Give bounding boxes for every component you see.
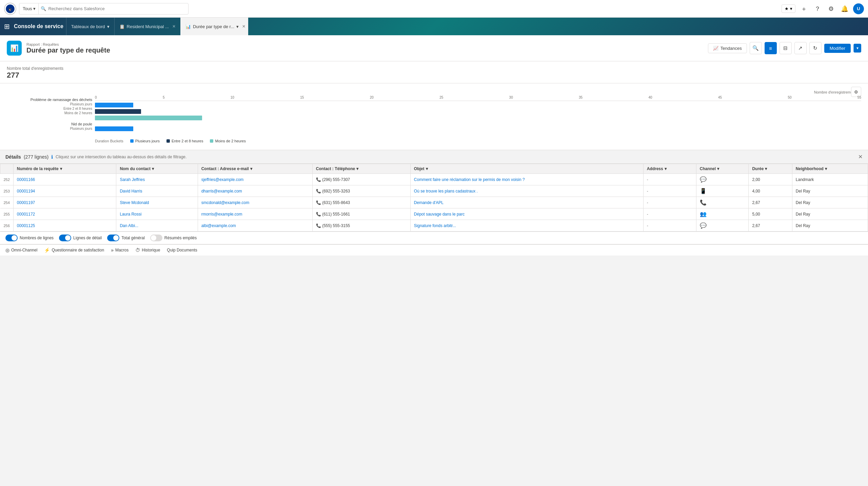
- filter-button[interactable]: ⊟: [780, 42, 792, 54]
- tendances-button[interactable]: 📈 Tendances: [708, 43, 747, 53]
- share-button[interactable]: ↗: [794, 42, 807, 54]
- table-view-button[interactable]: ≡: [765, 42, 777, 54]
- objet-link-3[interactable]: Dépot sauvage dans le parc: [414, 212, 465, 217]
- search-scope-button[interactable]: Tous ▾: [23, 3, 39, 14]
- col-requete[interactable]: Numéro de la requête▾: [13, 164, 116, 174]
- footer-quip[interactable]: Quip Documents: [167, 248, 197, 252]
- objet-link-0[interactable]: Comment faire une réclamation sur le per…: [414, 177, 525, 182]
- col-channel-sort[interactable]: ▾: [717, 166, 719, 171]
- contact-link-0[interactable]: Sarah Jeffries: [120, 177, 145, 182]
- contact-link-4[interactable]: Dan Albi...: [120, 223, 138, 228]
- toggle-resumes-switch[interactable]: [150, 235, 162, 241]
- footer-macros[interactable]: » Macros: [111, 247, 129, 253]
- tab-duree-close[interactable]: ✕: [242, 24, 245, 29]
- email-link-4[interactable]: albi@example.com: [201, 223, 236, 228]
- add-button[interactable]: ＋: [799, 4, 809, 14]
- col-neighborhood-sort[interactable]: ▾: [825, 166, 827, 171]
- col-objet-sort[interactable]: ▾: [426, 166, 428, 171]
- contact-link-1[interactable]: David Harris: [120, 189, 142, 194]
- search-action-button[interactable]: 🔍: [750, 42, 762, 54]
- cell-email-0: sjeffries@example.com: [198, 174, 312, 185]
- scope-dropdown-icon: ▾: [33, 6, 36, 11]
- top-nav: 🦅 Tous ▾ 🔍 ★ ▾ ＋ ？ ⚙ 🔔 U: [0, 0, 868, 18]
- favorites-button[interactable]: ★ ▾: [782, 4, 795, 13]
- toggle-nombres-switch[interactable]: [5, 235, 18, 241]
- app-title: Console de service: [14, 23, 63, 29]
- modifier-dropdown-button[interactable]: ▾: [853, 44, 861, 53]
- user-avatar[interactable]: U: [853, 3, 864, 14]
- footer-historique[interactable]: ⏱ Historique: [135, 247, 160, 253]
- requete-link-3[interactable]: 00001172: [17, 212, 35, 217]
- details-header: Détails (277 lignes) ℹ Cliquez sur une i…: [0, 150, 868, 164]
- tab-tableaux-dropdown[interactable]: ▾: [107, 24, 110, 29]
- col-neighborhood[interactable]: Neighborhood▾: [792, 164, 868, 174]
- email-link-1[interactable]: dharris@example.com: [201, 189, 242, 194]
- subcategory-moins: Moins de 2 heures: [7, 111, 92, 115]
- cell-objet-1: Où se trouve les plans cadastraux .: [410, 185, 643, 197]
- col-email[interactable]: Contact : Adresse e-mail▾: [198, 164, 312, 174]
- category-nid: Nid de poule: [7, 122, 92, 126]
- contact-link-3[interactable]: Laura Rossi: [120, 212, 141, 217]
- requete-link-2[interactable]: 00001197: [17, 200, 35, 205]
- questionnaire-label: Questionnaire de satisfaction: [52, 248, 104, 252]
- objet-link-1[interactable]: Où se trouve les plans cadastraux .: [414, 189, 478, 194]
- col-tel[interactable]: Contact : Téléphone▾: [312, 164, 410, 174]
- tab-duree[interactable]: 📊 Durée par type de r... ▾ ✕: [180, 18, 248, 35]
- col-duree[interactable]: Durée▾: [749, 164, 792, 174]
- cell-duree-2: 2,67: [749, 197, 792, 208]
- favorites-dropdown-icon: ▾: [790, 6, 792, 11]
- subcategory-nid-plusieurs: Plusieurs jours: [7, 127, 92, 130]
- settings-button[interactable]: ⚙: [826, 4, 836, 14]
- table-header-row: Numéro de la requête▾ Nom du contact▾ Co…: [0, 164, 868, 174]
- cell-email-1: dharris@example.com: [198, 185, 312, 197]
- col-address[interactable]: Address▾: [643, 164, 696, 174]
- bar-plusieurs-nid[interactable]: [95, 126, 133, 131]
- col-objet[interactable]: Objet▾: [410, 164, 643, 174]
- email-link-0[interactable]: sjeffries@example.com: [201, 177, 244, 182]
- footer-omni[interactable]: ◎ Omni-Channel: [5, 247, 37, 253]
- email-link-3[interactable]: rmorris@example.com: [201, 212, 242, 217]
- notifications-button[interactable]: 🔔: [840, 4, 850, 14]
- tab-resident-close[interactable]: ✕: [172, 24, 176, 29]
- close-details-button[interactable]: ✕: [858, 154, 863, 160]
- legend-label-moins: Moins de 2 heures: [215, 139, 246, 143]
- bar-moins-dechets[interactable]: [95, 116, 202, 120]
- col-address-label: Address: [647, 166, 663, 171]
- col-channel[interactable]: Channel▾: [696, 164, 749, 174]
- tab-tableaux[interactable]: Tableaux de bord ▾: [66, 18, 114, 35]
- chart-x-axis: 0 5 10 15 20 25 30 35 40 45 50 55: [95, 96, 861, 101]
- contact-link-2[interactable]: Steve Mcdonald: [120, 200, 149, 205]
- cell-channel-3: 👥: [696, 208, 749, 220]
- col-email-sort[interactable]: ▾: [250, 166, 252, 171]
- modifier-button[interactable]: Modifier: [824, 44, 851, 53]
- bar-plusieurs-dechets[interactable]: [95, 103, 133, 107]
- col-duree-sort[interactable]: ▾: [765, 166, 767, 171]
- app-grid-icon[interactable]: ⊞: [4, 22, 10, 31]
- tab-resident[interactable]: 📋 Resident Municipal ... ✕: [114, 18, 180, 35]
- requete-link-1[interactable]: 00001194: [17, 189, 35, 194]
- chart-body: Problème de ramassage des déchets Plusie…: [7, 96, 861, 136]
- email-link-2[interactable]: smcdonald@example.com: [201, 200, 250, 205]
- org-logo[interactable]: 🦅: [4, 3, 16, 15]
- col-contact[interactable]: Nom du contact▾: [116, 164, 198, 174]
- col-requete-sort[interactable]: ▾: [60, 166, 62, 171]
- refresh-button[interactable]: ↻: [809, 42, 822, 54]
- col-address-sort[interactable]: ▾: [665, 166, 667, 171]
- app-header: ⊞ Console de service Tableaux de bord ▾ …: [0, 18, 868, 35]
- tab-duree-dropdown[interactable]: ▾: [236, 24, 239, 29]
- help-button[interactable]: ？: [812, 4, 823, 14]
- col-requete-label: Numéro de la requête: [17, 166, 59, 171]
- toggle-lignes-switch[interactable]: [59, 235, 71, 241]
- col-tel-sort[interactable]: ▾: [356, 166, 358, 171]
- col-contact-sort[interactable]: ▾: [152, 166, 154, 171]
- objet-link-4[interactable]: Signature fonds arbitr...: [414, 223, 456, 228]
- footer-questionnaire[interactable]: ⚡ Questionnaire de satisfaction: [44, 247, 104, 253]
- objet-link-2[interactable]: Demande d'APL: [414, 200, 443, 205]
- cell-duree-4: 2,67: [749, 220, 792, 231]
- bar-2-8-dechets[interactable]: [95, 109, 141, 114]
- requete-link-0[interactable]: 00001166: [17, 177, 35, 182]
- requete-link-4[interactable]: 00001125: [17, 223, 35, 228]
- search-input[interactable]: [48, 6, 185, 11]
- report-subtitle: Rapport : Requêtes: [26, 42, 110, 46]
- toggle-total-switch[interactable]: [107, 235, 119, 241]
